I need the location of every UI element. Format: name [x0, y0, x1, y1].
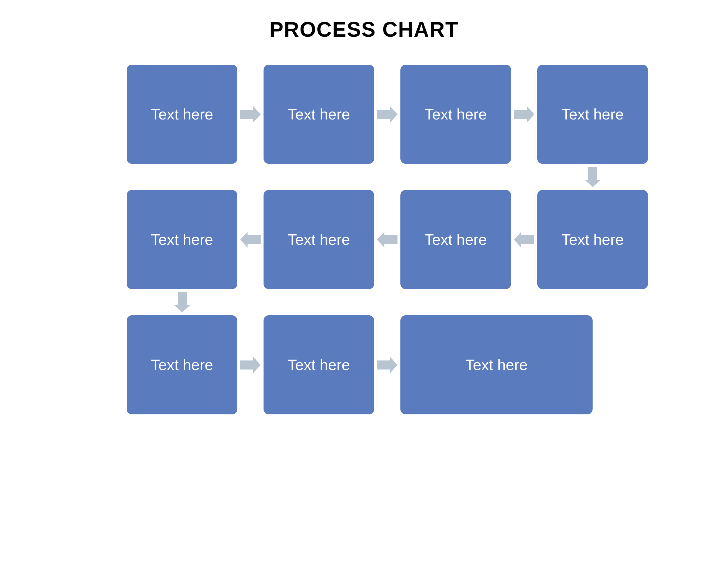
box-r3-2[interactable]: Text here [264, 315, 374, 414]
arrow-left-r2-3 [511, 231, 537, 248]
row-1: Text here Text here Text here Text here [127, 65, 648, 164]
box-r1-1[interactable]: Text here [127, 65, 237, 164]
down-arrow-after-row1 [127, 164, 648, 190]
box-r1-3[interactable]: Text here [400, 65, 511, 164]
chart-container: Text here Text here Text here Text here [80, 65, 648, 414]
svg-marker-6 [514, 232, 534, 248]
arrow-right-r1-1 [237, 105, 264, 123]
svg-marker-4 [240, 232, 261, 248]
arrow-left-r2-1 [237, 231, 264, 248]
box-r2-2[interactable]: Text here [264, 190, 374, 289]
svg-marker-1 [377, 106, 397, 122]
arrow-right-r3-2 [374, 356, 400, 374]
box-r3-3[interactable]: Text here [400, 315, 593, 414]
box-r1-2[interactable]: Text here [264, 65, 374, 164]
svg-marker-9 [377, 357, 397, 373]
svg-marker-5 [377, 232, 397, 248]
svg-marker-8 [240, 357, 261, 373]
down-arrow-after-row2 [127, 289, 648, 315]
svg-marker-0 [240, 106, 261, 122]
row-2: Text here Text here Text here Text here [127, 190, 648, 289]
svg-marker-3 [585, 167, 601, 187]
box-r2-1[interactable]: Text here [127, 190, 237, 289]
page-title: PROCESS CHART [269, 17, 459, 41]
box-r2-4[interactable]: Text here [537, 190, 648, 289]
arrow-left-r2-2 [374, 231, 400, 248]
arrow-right-r1-3 [511, 105, 537, 123]
arrow-right-r3-1 [237, 356, 264, 374]
box-r3-1[interactable]: Text here [127, 315, 237, 414]
box-r1-4[interactable]: Text here [537, 65, 648, 164]
arrow-right-r1-2 [374, 105, 400, 123]
svg-marker-2 [514, 106, 534, 122]
box-r2-3[interactable]: Text here [400, 190, 511, 289]
row-3: Text here Text here Text here [127, 315, 593, 414]
svg-marker-7 [174, 292, 190, 313]
